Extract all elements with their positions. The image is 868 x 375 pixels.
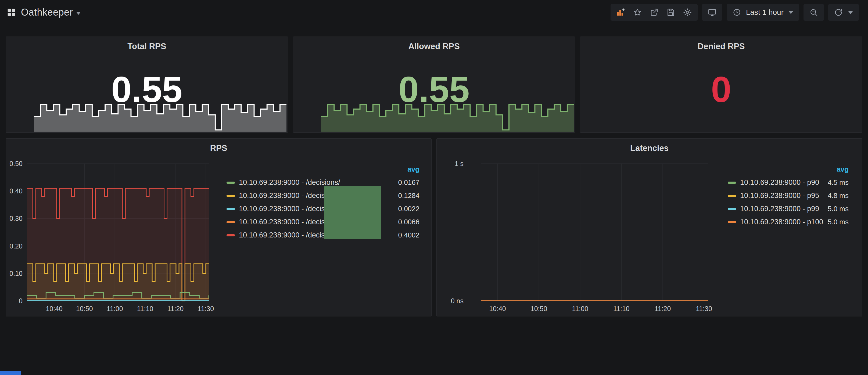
x-axis-tick: 11:20 bbox=[167, 305, 184, 312]
x-axis-tick: 11:30 bbox=[197, 305, 214, 312]
y-axis-tick: 0.30 bbox=[9, 215, 23, 222]
star-button[interactable] bbox=[633, 8, 642, 17]
refresh-button[interactable] bbox=[834, 8, 843, 17]
cycle-view-group bbox=[702, 4, 722, 21]
x-axis-tick: 11:10 bbox=[137, 305, 153, 312]
legend-series-label[interactable]: 10.10.69.238:9000 - /decisions/ bbox=[239, 178, 340, 187]
navbar: Oathkeeper bbox=[0, 0, 868, 25]
latencies-chart[interactable]: 1 s0 ns10:4010:5011:0011:1011:2011:30 bbox=[437, 138, 716, 317]
rps-graph-panel: RPS 0.500.400.300.200.10010:4010:5011:00… bbox=[6, 138, 432, 316]
legend-row[interactable]: 10.10.69.238:9000 - p995.0 ms bbox=[728, 202, 849, 215]
nav-action-group bbox=[611, 4, 698, 21]
legend-series-label[interactable]: 10.10.69.238:9000 - p100 bbox=[740, 218, 823, 226]
dashboard-title[interactable]: Oathkeeper bbox=[21, 7, 73, 18]
series-color-swatch-icon[interactable] bbox=[226, 234, 235, 237]
total-rps-panel: Total RPS 0.55 bbox=[6, 36, 288, 133]
add-panel-button[interactable] bbox=[617, 8, 625, 17]
latencies-graph-panel: Latencies 1 s0 ns10:4010:5011:0011:1011:… bbox=[436, 138, 862, 316]
y-axis-tick: 0.50 bbox=[9, 160, 23, 167]
legend-series-label[interactable]: 10.10.69.238:9000 - p95 bbox=[740, 191, 819, 200]
legend-row[interactable]: 10.10.69.238:9000 - p1005.0 ms bbox=[728, 215, 849, 228]
add-panel-icon bbox=[617, 8, 625, 17]
sparkline-fill bbox=[34, 104, 286, 132]
legend-row[interactable]: 10.10.69.238:9000 - /decisions/0.1284 bbox=[226, 189, 420, 202]
grafana-dashboard: Oathkeeper bbox=[0, 0, 868, 375]
series-color-swatch-icon[interactable] bbox=[226, 221, 235, 223]
series-color-swatch-icon[interactable] bbox=[728, 208, 736, 210]
stats-row: Total RPS 0.55 Allowed RPS 0.55 Denied R… bbox=[6, 36, 862, 133]
y-axis-tick: 1 s bbox=[455, 160, 464, 167]
apps-grid-icon bbox=[7, 8, 16, 17]
x-axis-tick: 10:50 bbox=[530, 305, 548, 312]
y-axis-tick: 0 ns bbox=[451, 297, 464, 305]
panel-title[interactable]: Allowed RPS bbox=[293, 42, 575, 51]
y-axis-tick: 0.10 bbox=[9, 270, 23, 277]
save-icon bbox=[666, 8, 675, 17]
legend-avg-value: 0.0022 bbox=[398, 205, 420, 213]
settings-button[interactable] bbox=[683, 8, 692, 17]
refresh-caret-icon bbox=[848, 11, 853, 14]
x-axis-tick: 11:10 bbox=[613, 305, 630, 312]
time-picker-caret-icon bbox=[788, 11, 793, 14]
star-icon bbox=[633, 8, 642, 17]
y-axis-tick: 0 bbox=[19, 297, 23, 305]
legend-avg-value: 0.0167 bbox=[398, 178, 420, 187]
legend-series-label[interactable]: 10.10.69.238:9000 - p99 bbox=[740, 205, 819, 213]
time-picker-button[interactable]: Last 1 hour bbox=[733, 8, 793, 17]
blue-corner-strip bbox=[0, 371, 21, 375]
legend-series-label[interactable]: 10.10.69.238:9000 - p90 bbox=[740, 178, 819, 187]
refresh-interval-button[interactable] bbox=[848, 11, 853, 14]
legend-row[interactable]: 10.10.69.238:9000 - p904.5 ms bbox=[728, 176, 849, 189]
rps-legend: avg10.10.69.238:9000 - /decisions/0.0167… bbox=[226, 164, 420, 242]
share-button[interactable] bbox=[650, 8, 658, 17]
tv-mode-button[interactable] bbox=[708, 8, 716, 17]
allowed-rps-panel: Allowed RPS 0.55 bbox=[293, 36, 575, 133]
legend-avg-value: 0.1284 bbox=[398, 191, 420, 200]
rps-chart[interactable]: 0.500.400.300.200.10010:4010:5011:0011:1… bbox=[6, 138, 221, 317]
magnifier-icon bbox=[809, 8, 818, 17]
series-color-swatch-icon[interactable] bbox=[728, 221, 736, 223]
legend-row[interactable]: 10.10.69.238:9000 - /decisions/0.0066 bbox=[226, 215, 420, 228]
denied-rps-panel: Denied RPS 0 bbox=[580, 36, 862, 133]
apps-grid-button[interactable] bbox=[7, 8, 16, 17]
legend-avg-value: 4.8 ms bbox=[828, 191, 849, 200]
legend-avg-value: 5.0 ms bbox=[828, 205, 849, 213]
legend-row[interactable]: 10.10.69.238:9000 - /decisions/0.4002 bbox=[226, 228, 420, 242]
series-color-swatch-icon[interactable] bbox=[226, 195, 235, 197]
total-rps-sparkline bbox=[34, 101, 286, 132]
y-axis-tick: 0.40 bbox=[9, 187, 23, 195]
refresh-icon bbox=[834, 8, 843, 17]
graphs-row: RPS 0.500.400.300.200.10010:4010:5011:00… bbox=[6, 138, 862, 316]
series-color-swatch-icon[interactable] bbox=[728, 195, 736, 197]
panel-title[interactable]: Denied RPS bbox=[580, 42, 862, 51]
x-axis-tick: 11:20 bbox=[655, 305, 671, 312]
legend-avg-header: avg bbox=[226, 164, 420, 176]
time-picker[interactable]: Last 1 hour bbox=[727, 4, 799, 21]
series-color-swatch-icon[interactable] bbox=[226, 208, 235, 210]
gear-icon bbox=[683, 8, 692, 17]
legend-avg-value: 4.5 ms bbox=[828, 178, 849, 187]
legend-avg-header: avg bbox=[728, 164, 849, 176]
save-button[interactable] bbox=[666, 8, 675, 17]
y-axis-tick: 0.20 bbox=[9, 242, 23, 250]
x-axis-tick: 10:40 bbox=[46, 305, 63, 312]
clock-icon bbox=[733, 8, 741, 17]
legend-avg-value: 0.4002 bbox=[398, 231, 420, 239]
legend-row[interactable]: 10.10.69.238:9000 - /decisions/0.0167 bbox=[226, 176, 420, 189]
time-range-label: Last 1 hour bbox=[746, 8, 784, 17]
green-overlay-box bbox=[324, 186, 381, 239]
legend-row[interactable]: 10.10.69.238:9000 - p954.8 ms bbox=[728, 189, 849, 202]
sparkline-fill bbox=[321, 104, 574, 132]
zoom-out-button[interactable] bbox=[809, 8, 818, 17]
refresh-group bbox=[828, 4, 859, 21]
monitor-icon bbox=[708, 8, 716, 17]
latencies-legend: avg10.10.69.238:9000 - p904.5 ms10.10.69… bbox=[728, 164, 849, 228]
allowed-rps-sparkline bbox=[321, 101, 574, 132]
series-color-swatch-icon[interactable] bbox=[728, 182, 736, 184]
denied-rps-value: 0 bbox=[580, 71, 862, 108]
panel-title[interactable]: Total RPS bbox=[6, 42, 288, 51]
dashboard-picker-caret-icon[interactable] bbox=[76, 12, 80, 15]
series-color-swatch-icon[interactable] bbox=[226, 182, 235, 184]
legend-row[interactable]: 10.10.69.238:9000 - /decisions/0.0022 bbox=[226, 202, 420, 215]
legend-avg-value: 0.0066 bbox=[398, 218, 420, 226]
